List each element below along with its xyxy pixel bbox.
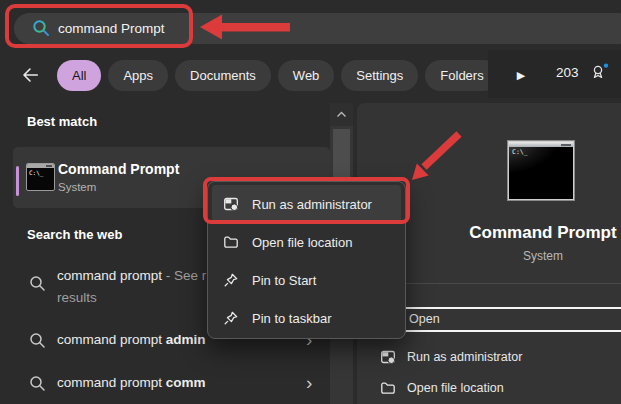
pin-icon [223,310,239,326]
back-icon[interactable] [19,65,39,85]
suggestion-line2: results [57,290,97,305]
web-suggestion-row[interactable]: command prompt comm [57,375,206,390]
panel-open-file-location[interactable]: Open file location [407,381,504,395]
preview-app-subtitle: System [433,249,621,263]
chevron-up-icon [333,107,350,121]
command-prompt-app-icon: C:\_ [26,163,55,191]
menu-pin-to-start[interactable]: Pin to Start [212,261,401,299]
web-search-icon [28,274,47,293]
menu-item-label: Pin to Start [252,273,316,288]
windows-search-flyout: command Prompt All Apps Documents Web Se… [0,0,621,404]
menu-open-file-location[interactable]: Open file location [212,223,401,261]
menu-run-as-administrator[interactable]: Run as administrator [212,185,401,223]
menu-item-label: Pin to taskbar [252,311,332,326]
preview-app-title: Command Prompt [433,223,621,243]
more-filters-icon[interactable]: ▶ [510,64,532,86]
folder-icon [380,380,396,396]
selection-accent-bar [16,166,19,196]
tab-all[interactable]: All [57,60,101,91]
menu-item-label: Run as administrator [252,197,372,212]
suggestion-suffix: - See r [162,268,206,283]
panel-run-as-admin[interactable]: Run as administrator [407,350,522,364]
run-as-admin-icon [380,349,396,365]
suggestion-query: command prompt [57,268,162,283]
suggestion-query: command prompt [57,375,166,390]
tab-web[interactable]: Web [278,60,335,91]
tab-settings[interactable]: Settings [341,60,418,91]
suggestion-completion: comm [166,375,206,390]
menu-pin-to-taskbar[interactable]: Pin to taskbar [212,299,401,337]
pin-icon [223,272,239,288]
command-prompt-app-icon-large: C:\_ [507,140,575,201]
web-search-icon [28,374,47,393]
suggestion-query: command prompt [57,332,166,347]
rewards-points[interactable]: 203 [556,65,579,80]
chevron-right-icon[interactable]: › [306,373,312,392]
search-input-value[interactable]: command Prompt [58,13,165,44]
best-match-heading: Best match [27,114,97,129]
open-action[interactable]: Open [372,307,621,332]
web-suggestion-row[interactable]: command prompt admin [57,332,206,347]
menu-item-label: Open file location [252,235,352,250]
run-as-admin-icon [223,196,239,212]
search-web-heading: Search the web [27,227,122,242]
search-icon [32,19,50,37]
web-suggestion-row[interactable]: command prompt - See r [57,268,206,283]
panel-divider [372,283,621,284]
scrollbar-up-button[interactable] [330,103,353,126]
web-search-icon [28,331,47,350]
tab-documents[interactable]: Documents [175,60,271,91]
tab-apps[interactable]: Apps [108,60,168,91]
best-match-title: Command Prompt [58,161,179,177]
suggestion-completion: admin [166,332,206,347]
folder-icon [223,234,239,250]
context-menu: Run as administrator Open file location … [207,181,406,339]
best-match-subtitle: System [58,181,96,193]
rewards-icon[interactable] [590,62,610,82]
